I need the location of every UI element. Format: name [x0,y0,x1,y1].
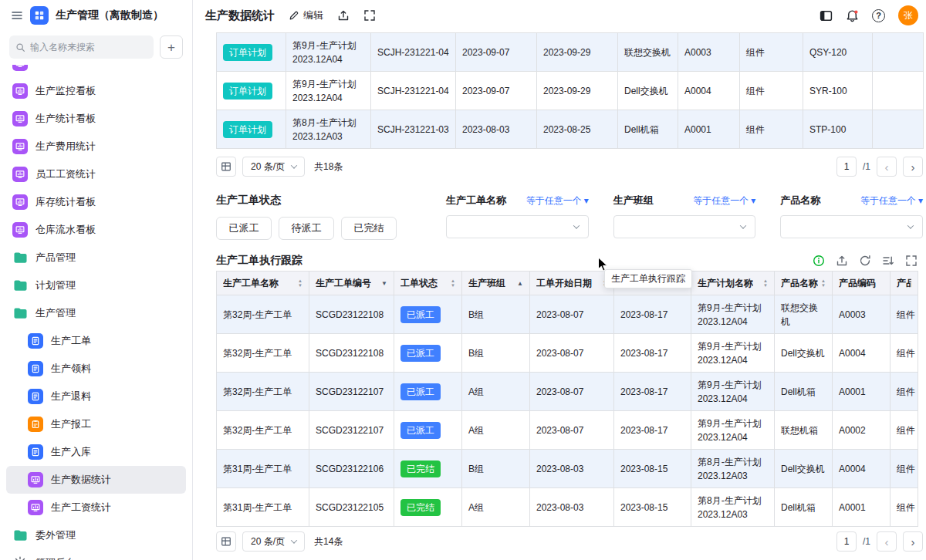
sidebar-item-folder[interactable]: 委外管理 [6,521,186,549]
wo-column-header[interactable]: 生产计划名称▲▼ [691,272,775,295]
sort-icon[interactable]: ▲▼ [821,278,826,288]
status-filter-button[interactable]: 已完结 [341,217,397,240]
chevron-down-icon [740,222,746,228]
wo-table-row[interactable]: 第32周-生产工单SCGD23122107已派工A组2023-08-072023… [217,411,918,450]
search-box[interactable] [9,35,154,59]
sidebar-item-admin[interactable]: 管理后台 [6,549,186,560]
sidebar-item-dashboard[interactable]: 生产费用统计 [6,133,186,160]
sort-icon[interactable]: ▲▼ [451,278,455,288]
wo-table-row[interactable]: 第32周-生产工单SCGD23122108已派工B组2023-08-072023… [217,334,918,373]
hamburger-menu-icon[interactable] [11,9,23,22]
current-page[interactable]: 1 [836,157,857,177]
content-area: 订单计划第9月-生产计划 2023.12A04SCJH-231221-04202… [193,31,926,560]
wo-column-header[interactable]: 产品类型 [891,272,918,295]
wo-cell: 组件 [891,488,918,527]
sidebar-item-folder[interactable]: 计划管理 [6,272,186,299]
sidebar-item-dashboard[interactable]: 生产监控看板 [6,77,186,105]
wo-table-row[interactable]: 第31周-生产工单SCGD23122106已完结B组2023-08-032023… [217,450,918,488]
sidebar-item-dashboard[interactable]: 生产工资统计 [6,494,186,521]
plan-cell-spec: SYR-100 [803,72,873,110]
search-input[interactable] [30,42,147,52]
order-plan-badge: 订单计划 [223,44,272,61]
wo-cell: 2023-08-15 [614,488,691,527]
wo-column-header[interactable]: 产品编码 [833,272,891,295]
plan-cell-product_name: Dell机箱 [618,110,678,149]
wo-column-header[interactable]: 生产工单名称▲▼ [217,272,309,295]
sidebar-item-dashboard[interactable]: 员工工资统计 [6,160,186,188]
sidebar-item-folder[interactable]: 生产管理 [6,299,186,327]
sidebar-item-doc[interactable]: 生产工单 [6,327,186,355]
filter-select[interactable] [780,215,923,238]
wo-column-header[interactable]: 生产工单编号▼ [309,272,394,295]
wo-cell: 2023-08-03 [530,450,614,488]
refresh-icon[interactable] [859,255,871,267]
panel-toggle-icon[interactable] [820,9,833,22]
wo-column-header[interactable]: 工单开始日期▲▼ [530,272,614,295]
avatar[interactable]: 张 [898,5,918,25]
row-order-icon[interactable] [882,255,894,267]
sidebar-item-doc[interactable]: 生产领料 [6,355,186,383]
sidebar-item-doc[interactable]: 生产退料 [6,383,186,410]
plan-table-row[interactable]: 订单计划第8月-生产计划 2023.12A03SCJH-231221-03202… [217,110,924,149]
sort-desc-icon[interactable]: ▼ [381,280,387,287]
add-button[interactable]: + [160,35,183,59]
sidebar-item-label: 计划管理 [35,278,76,292]
wo-column-header[interactable]: 产品名称▲▼ [775,272,833,295]
page-size-select[interactable]: 20 条/页 [242,157,305,177]
export-icon[interactable] [836,255,848,267]
sidebar-item-dashboard[interactable]: 仓库流水看板 [6,216,186,244]
field-config-button[interactable] [216,531,236,552]
sidebar-item-dashboard[interactable]: 生产统计看板 [6,105,186,133]
filter-operator[interactable]: 等于任意一个▾ [526,194,589,207]
share-icon[interactable] [337,9,350,22]
filter-operator[interactable]: 等于任意一个▾ [693,194,755,207]
wo-cell: A0004 [833,450,891,488]
sort-icon[interactable]: ▲▼ [763,278,768,288]
column-label: 生产工单名称 [223,277,279,290]
wo-table-row[interactable]: 第32周-生产工单SCGD23122108已派工B组2023-08-072023… [217,295,918,334]
wo-table-header-row: 生产工单名称▲▼生产工单编号▼工单状态▲▼生产班组▲工单开始日期▲▼工单结束日期… [217,272,918,295]
current-page[interactable]: 1 [836,531,857,552]
help-icon[interactable]: ? [872,9,885,22]
filter-label: 产品名称 [780,194,820,207]
plan-cell-_blank [873,33,924,72]
sidebar-item-folder[interactable]: 产品管理 [6,244,186,272]
plan-table-row[interactable]: 订单计划第9月-生产计划 2023.12A04SCJH-231221-04202… [217,72,924,110]
info-icon[interactable] [813,255,825,267]
fullscreen-icon[interactable] [905,255,918,267]
notification-bell-icon[interactable] [846,9,859,22]
sidebar-item[interactable] [6,65,186,77]
plan-table-row[interactable]: 订单计划第9月-生产计划 2023.12A04SCJH-231221-04202… [217,33,924,72]
sidebar-item-report[interactable]: 生产报工 [6,410,186,438]
page-size-select[interactable]: 20 条/页 [242,531,305,552]
page-size-value: 20 条/页 [251,535,285,548]
next-page-button[interactable]: › [903,531,923,552]
sidebar-item-dashboard[interactable]: 生产数据统计 [6,466,186,494]
order-plan-badge: 订单计划 [223,83,272,100]
wo-column-header[interactable]: 生产班组▲ [462,272,530,295]
expand-icon[interactable] [363,9,376,22]
filter-bar: 生产工单状态 已派工待派工已完结 生产工单名称 等于任意一个▾ 生产班组 等于任… [216,194,923,240]
wo-cell: 第31周-生产工单 [217,450,309,488]
filter-operator[interactable]: 等于任意一个▾ [860,194,923,207]
wo-table-row[interactable]: 第31周-生产工单SCGD23122105已完结A组2023-08-032023… [217,488,918,527]
status-filter-button[interactable]: 待派工 [279,217,334,240]
plan-cell-product_code: A0004 [678,72,740,110]
status-filter-button[interactable]: 已派工 [216,217,272,240]
sidebar-item-dashboard[interactable]: 库存统计看板 [6,188,186,216]
wo-cell: 2023-08-17 [614,295,691,334]
plan-cell-_blank [873,72,924,110]
sidebar-item-doc[interactable]: 生产入库 [6,438,186,466]
prev-page-button[interactable]: ‹ [877,157,897,177]
sort-asc-icon[interactable]: ▲ [517,280,523,287]
filter-select[interactable] [613,215,756,238]
wo-table-row[interactable]: 第32周-生产工单SCGD23122107已派工A组2023-08-072023… [217,373,918,411]
wo-column-header[interactable]: 工单状态▲▼ [394,272,462,295]
wo-cell: A组 [462,488,530,527]
prev-page-button[interactable]: ‹ [877,531,897,552]
next-page-button[interactable]: › [903,157,923,177]
field-config-button[interactable] [216,157,236,177]
filter-select[interactable] [446,215,589,238]
sort-icon[interactable]: ▲▼ [298,278,302,288]
edit-button[interactable]: 编辑 [289,8,323,22]
